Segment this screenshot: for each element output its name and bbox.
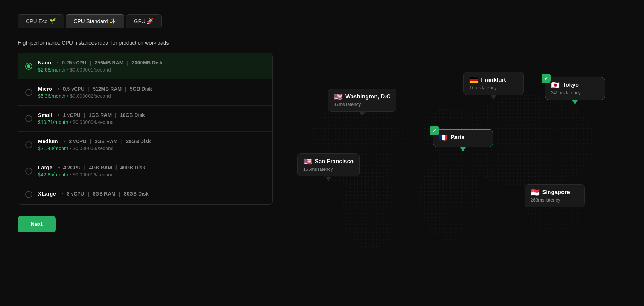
location-card-washington[interactable]: 🇺🇸 Washington, D.C 87ms latency xyxy=(328,89,396,112)
plan-name-micro: Micro xyxy=(38,86,52,92)
location-card-san-francisco[interactable]: 🇺🇸 San Francisco 155ms latency xyxy=(297,153,360,176)
location-card-paris[interactable]: ✓ 🇫🇷 Paris xyxy=(433,129,493,147)
plan-price-small: $10.71/month • $0.000004/second xyxy=(38,119,265,125)
plan-info-medium: Medium • 2 vCPU | 2GB RAM | 20GB Disk $2… xyxy=(38,138,265,151)
plan-price-micro: $5.36/month • $0.000002/second xyxy=(38,93,265,99)
flag-tokyo: 🇯🇵 xyxy=(551,81,560,89)
plan-item-large[interactable]: Large • 4 vCPU | 4GB RAM | 40GB Disk $42… xyxy=(18,158,272,184)
tab-bar: CPU Eco 🌱 CPU Standard ✨ GPU 🚀 xyxy=(18,14,626,28)
main-content: Nano • 0.25 vCPU | 256MB RAM | 2000MB Di… xyxy=(18,53,626,292)
plan-name-xlarge: XLarge xyxy=(38,191,56,197)
latency-tokyo: 249ms latency xyxy=(551,90,599,95)
plan-price-large: $42.85/month • $0.000016/second xyxy=(38,172,265,177)
plan-name-small: Small xyxy=(38,112,52,118)
flag-frankfurt: 🇩🇪 xyxy=(469,76,478,84)
tab-gpu[interactable]: GPU 🚀 xyxy=(126,14,162,28)
location-name-paris: Paris xyxy=(451,134,464,141)
location-header-washington: 🇺🇸 Washington, D.C xyxy=(334,93,390,100)
plan-name-row-micro: Micro • 0.5 vCPU | 512MB RAM | 5GB Disk xyxy=(38,86,265,92)
flag-san-francisco: 🇺🇸 xyxy=(303,158,312,165)
flag-washington: 🇺🇸 xyxy=(334,93,343,100)
map-panel: 🇺🇸 Washington, D.C 87ms latency 🇺🇸 San F… xyxy=(287,53,626,292)
plan-info-small: Small • 1 vCPU | 1GB RAM | 10GB Disk $10… xyxy=(38,112,265,125)
plan-name-nano: Nano xyxy=(38,60,51,66)
plan-name-row-large: Large • 4 vCPU | 4GB RAM | 40GB Disk xyxy=(38,164,265,170)
arrow-washington xyxy=(359,112,365,116)
location-header-frankfurt: 🇩🇪 Frankfurt xyxy=(469,76,518,84)
plan-name-row-nano: Nano • 0.25 vCPU | 256MB RAM | 2000MB Di… xyxy=(38,60,265,66)
left-panel: Nano • 0.25 vCPU | 256MB RAM | 2000MB Di… xyxy=(18,53,273,292)
plan-item-medium[interactable]: Medium • 2 vCPU | 2GB RAM | 20GB Disk $2… xyxy=(18,132,272,158)
plan-specs-nano: • 0.25 vCPU | 256MB RAM | 2000MB Disk xyxy=(55,60,163,66)
latency-san-francisco: 155ms latency xyxy=(303,166,354,172)
plan-specs-xlarge: • 8 vCPU | 8GB RAM | 80GB Disk xyxy=(60,191,149,197)
location-header-singapore: 🇸🇬 Singapore xyxy=(531,189,579,196)
plan-list: Nano • 0.25 vCPU | 256MB RAM | 2000MB Di… xyxy=(18,53,273,205)
check-badge-tokyo: ✓ xyxy=(542,74,551,83)
flag-singapore: 🇸🇬 xyxy=(531,189,540,196)
plan-info-nano: Nano • 0.25 vCPU | 256MB RAM | 2000MB Di… xyxy=(38,60,265,73)
plan-item-nano[interactable]: Nano • 0.25 vCPU | 256MB RAM | 2000MB Di… xyxy=(18,53,272,79)
arrow-paris xyxy=(460,147,466,152)
check-badge-paris: ✓ xyxy=(430,126,439,135)
location-header-san-francisco: 🇺🇸 San Francisco xyxy=(303,158,354,165)
arrow-san-francisco xyxy=(326,177,331,181)
plan-info-micro: Micro • 0.5 vCPU | 512MB RAM | 5GB Disk … xyxy=(38,86,265,99)
radio-medium xyxy=(25,141,32,148)
location-name-tokyo: Tokyo xyxy=(563,82,579,88)
location-card-frankfurt[interactable]: 🇩🇪 Frankfurt 16ms latency xyxy=(463,72,524,95)
plan-info-large: Large • 4 vCPU | 4GB RAM | 40GB Disk $42… xyxy=(38,164,265,177)
tab-cpu-eco[interactable]: CPU Eco 🌱 xyxy=(18,14,64,28)
radio-xlarge xyxy=(25,191,32,198)
radio-micro xyxy=(25,89,32,96)
arrow-tokyo xyxy=(572,100,578,104)
plan-price-medium: $21.43/month • $0.000008/second xyxy=(38,146,265,151)
plan-specs-large: • 4 vCPU | 4GB RAM | 40GB Disk xyxy=(56,165,145,170)
location-card-tokyo[interactable]: ✓ 🇯🇵 Tokyo 249ms latency xyxy=(545,77,605,100)
plan-specs-micro: • 0.5 vCPU | 512MB RAM | 5GB Disk xyxy=(56,86,152,92)
next-button[interactable]: Next xyxy=(18,216,56,232)
location-name-san-francisco: San Francisco xyxy=(315,158,354,165)
flag-paris: 🇫🇷 xyxy=(439,134,448,141)
plan-price-nano: $2.68/month • $0.000001/second xyxy=(38,67,265,73)
plan-name-row-medium: Medium • 2 vCPU | 2GB RAM | 20GB Disk xyxy=(38,138,265,144)
plan-item-small[interactable]: Small • 1 vCPU | 1GB RAM | 10GB Disk $10… xyxy=(18,106,272,132)
plan-name-large: Large xyxy=(38,164,52,170)
latency-singapore: 263ms latency xyxy=(531,197,579,203)
plan-info-xlarge: XLarge • 8 vCPU | 8GB RAM | 80GB Disk xyxy=(38,191,265,198)
location-name-frankfurt: Frankfurt xyxy=(481,77,506,83)
plan-item-micro[interactable]: Micro • 0.5 vCPU | 512MB RAM | 5GB Disk … xyxy=(18,79,272,106)
subtitle: High-performance CPU instances ideal for… xyxy=(18,40,626,46)
location-name-singapore: Singapore xyxy=(542,189,570,196)
plan-name-medium: Medium xyxy=(38,138,58,144)
radio-large xyxy=(25,168,32,175)
plan-name-row-small: Small • 1 vCPU | 1GB RAM | 10GB Disk xyxy=(38,112,265,118)
plan-name-row-xlarge: XLarge • 8 vCPU | 8GB RAM | 80GB Disk xyxy=(38,191,265,197)
radio-small xyxy=(25,115,32,122)
svg-point-2 xyxy=(343,169,398,249)
location-card-singapore[interactable]: 🇸🇬 Singapore 263ms latency xyxy=(525,184,585,207)
radio-nano xyxy=(25,63,32,70)
tab-cpu-standard[interactable]: CPU Standard ✨ xyxy=(66,14,124,28)
location-header-tokyo: 🇯🇵 Tokyo xyxy=(551,81,599,89)
location-header-paris: 🇫🇷 Paris xyxy=(439,134,487,141)
arrow-frankfurt xyxy=(491,95,496,100)
plan-item-xlarge[interactable]: XLarge • 8 vCPU | 8GB RAM | 80GB Disk xyxy=(18,184,272,204)
location-name-washington: Washington, D.C xyxy=(345,94,390,100)
latency-washington: 87ms latency xyxy=(334,102,390,107)
plan-specs-small: • 1 vCPU | 1GB RAM | 10GB Disk xyxy=(56,112,145,118)
latency-frankfurt: 16ms latency xyxy=(469,85,518,90)
plan-specs-medium: • 2 vCPU | 2GB RAM | 20GB Disk xyxy=(62,138,151,144)
